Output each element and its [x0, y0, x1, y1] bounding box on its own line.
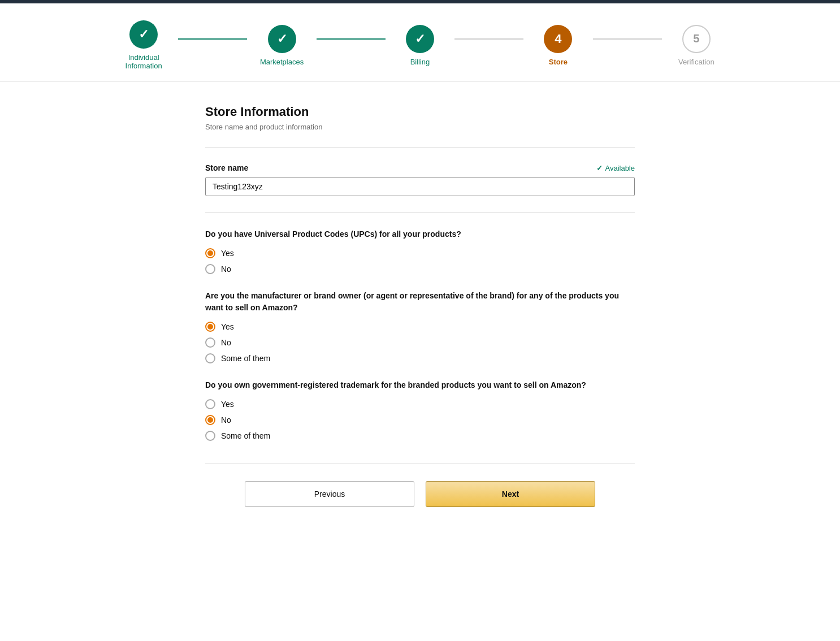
stepper-wrapper: ✓ Individual Information ✓ Marketplaces …	[0, 3, 840, 82]
trademark-some-radio[interactable]	[205, 431, 215, 441]
step-marketplaces: ✓ Marketplaces	[247, 25, 316, 66]
brand-some-radio[interactable]	[205, 353, 215, 363]
trademark-some-option[interactable]: Some of them	[205, 431, 635, 441]
upc-yes-option[interactable]: Yes	[205, 248, 635, 258]
divider-top	[205, 147, 635, 148]
connector-4-5	[593, 38, 662, 40]
upc-yes-radio[interactable]	[205, 248, 215, 258]
upc-no-option[interactable]: No	[205, 264, 635, 274]
brand-some-option[interactable]: Some of them	[205, 353, 635, 363]
stepper: ✓ Individual Information ✓ Marketplaces …	[109, 20, 731, 70]
step-billing: ✓ Billing	[386, 25, 454, 66]
trademark-yes-option[interactable]: Yes	[205, 399, 635, 409]
store-name-input[interactable]	[205, 177, 635, 196]
upc-question-text: Do you have Universal Product Codes (UPC…	[205, 228, 635, 240]
step-number-5: 5	[693, 32, 699, 45]
step-label-3: Billing	[410, 58, 430, 66]
checkmark-icon-1: ✓	[138, 27, 149, 42]
step-label-4: Store	[549, 58, 568, 66]
main-content: Store Information Store name and product…	[194, 105, 646, 535]
step-label-5: Verification	[678, 58, 715, 66]
upc-no-label: No	[221, 265, 231, 274]
upc-no-radio[interactable]	[205, 264, 215, 274]
available-check-icon: ✓	[596, 164, 603, 172]
step-verification: 5 Verification	[662, 25, 731, 66]
divider-mid	[205, 212, 635, 213]
upc-question-group: Do you have Universal Product Codes (UPC…	[205, 228, 635, 274]
store-name-label: Store name	[205, 163, 248, 172]
step-store: 4 Store	[523, 25, 592, 66]
step-label-1: Individual Information	[109, 53, 178, 70]
brand-question-text: Are you the manufacturer or brand owner …	[205, 290, 635, 314]
store-name-group: Store name ✓ Available	[205, 163, 635, 196]
trademark-no-label: No	[221, 415, 231, 425]
brand-yes-label: Yes	[221, 322, 234, 331]
trademark-no-radio[interactable]	[205, 415, 215, 425]
step-circle-4: 4	[544, 25, 572, 53]
section-title: Store Information	[205, 105, 635, 119]
connector-1-2	[178, 38, 247, 40]
step-circle-3: ✓	[406, 25, 434, 53]
brand-no-label: No	[221, 338, 231, 347]
brand-question-group: Are you the manufacturer or brand owner …	[205, 290, 635, 363]
bottom-nav: Previous Next	[205, 464, 635, 535]
store-name-available: ✓ Available	[596, 164, 635, 172]
store-name-header: Store name ✓ Available	[205, 163, 635, 172]
connector-3-4	[454, 38, 523, 40]
step-number-4: 4	[555, 32, 561, 46]
section-subtitle: Store name and product information	[205, 123, 635, 131]
step-label-2: Marketplaces	[260, 58, 304, 66]
checkmark-icon-2: ✓	[277, 32, 287, 46]
brand-yes-option[interactable]: Yes	[205, 322, 635, 332]
checkmark-icon-3: ✓	[415, 32, 425, 46]
trademark-some-label: Some of them	[221, 431, 270, 440]
next-button[interactable]: Next	[426, 481, 595, 507]
previous-button[interactable]: Previous	[245, 481, 414, 507]
section-header-group: Store Information Store name and product…	[205, 105, 635, 131]
step-circle-1: ✓	[129, 20, 158, 49]
brand-no-radio[interactable]	[205, 337, 215, 348]
upc-yes-label: Yes	[221, 249, 234, 258]
trademark-yes-radio[interactable]	[205, 399, 215, 409]
step-circle-5: 5	[682, 25, 711, 53]
brand-yes-radio[interactable]	[205, 322, 215, 332]
brand-no-option[interactable]: No	[205, 337, 635, 348]
trademark-yes-label: Yes	[221, 400, 234, 409]
available-text: Available	[605, 164, 635, 172]
trademark-question-text: Do you own government-registered tradema…	[205, 379, 635, 391]
brand-some-label: Some of them	[221, 354, 270, 363]
trademark-no-option[interactable]: No	[205, 415, 635, 425]
connector-2-3	[317, 38, 386, 40]
trademark-question-group: Do you own government-registered tradema…	[205, 379, 635, 441]
step-individual-information: ✓ Individual Information	[109, 20, 178, 70]
step-circle-2: ✓	[268, 25, 296, 53]
